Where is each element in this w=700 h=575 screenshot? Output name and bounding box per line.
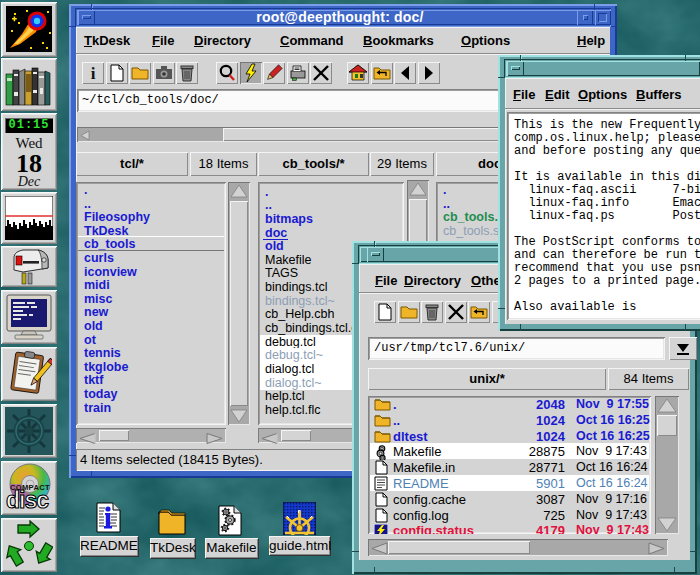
svg-text:i: i: [91, 64, 96, 83]
svg-text:disc: disc: [6, 487, 49, 513]
